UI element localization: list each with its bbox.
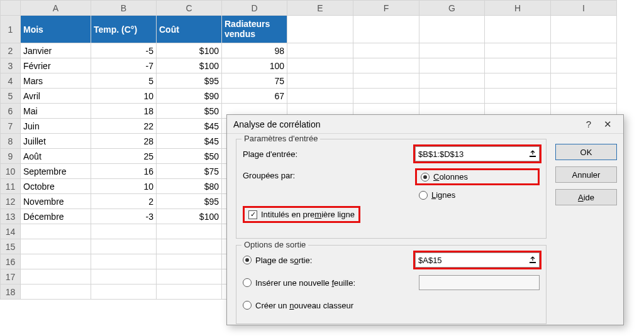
cell-mois[interactable] [21,254,91,269]
cell-rad[interactable]: 100 [222,58,287,73]
cell-mois[interactable]: Septembre [21,164,91,179]
cell-temp[interactable]: 5 [91,73,157,89]
dialog-titlebar[interactable]: Analyse de corrélation ? ✕ [227,115,623,134]
range-picker-icon[interactable] [526,147,539,161]
cell-cout[interactable] [157,254,222,269]
empty-cell[interactable] [353,58,419,73]
input-range-field[interactable] [416,149,526,159]
cell-temp[interactable]: 28 [91,134,157,149]
empty-cell[interactable] [485,58,551,73]
row-5[interactable]: 5 [1,89,21,104]
radio-output-range[interactable]: Plage de sortie: [243,256,312,265]
row-6[interactable]: 6 [1,104,21,119]
empty-cell[interactable] [353,89,419,104]
cell-temp[interactable] [91,224,157,239]
cell-mois[interactable] [21,239,91,254]
empty-cell[interactable] [485,73,551,89]
ok-button[interactable]: OK [555,144,617,160]
col-D[interactable]: D [222,1,287,16]
help-button[interactable]: Aide [555,189,617,205]
empty-cell[interactable] [551,73,617,89]
radio-rows[interactable]: Lignes [415,190,540,200]
cell-temp[interactable] [91,269,157,285]
header-mois[interactable]: Mois [21,16,91,43]
cell-mois[interactable] [21,269,91,285]
row-8[interactable]: 8 [1,134,21,149]
help-icon[interactable]: ? [579,119,598,129]
row-3[interactable]: 3 [1,58,21,73]
cell-cout[interactable]: $100 [157,43,222,58]
cell-cout[interactable] [157,224,222,239]
row-12[interactable]: 12 [1,194,21,209]
empty-cell[interactable] [287,89,353,104]
output-range-field[interactable] [416,256,526,265]
cell-cout[interactable]: $50 [157,149,222,164]
empty-cell[interactable] [485,89,551,104]
checkbox-labels-first-row[interactable]: ✓ Intitulés en première ligne [248,210,355,219]
cell-cout[interactable]: $75 [157,164,222,179]
cell-temp[interactable] [91,285,157,300]
cell-cout[interactable]: $90 [157,89,222,104]
empty-cell[interactable] [551,43,617,58]
col-H[interactable]: H [485,1,551,16]
radio-new-workbook[interactable]: Créer un nouveau classeur [243,301,353,310]
cell-mois[interactable]: Juin [21,119,91,134]
cell-temp[interactable]: -7 [91,58,157,73]
row-16[interactable]: 16 [1,254,21,269]
cell-mois[interactable]: Juillet [21,134,91,149]
empty-cell[interactable] [419,43,485,58]
row-17[interactable]: 17 [1,269,21,285]
cell-cout[interactable] [157,239,222,254]
empty-cell[interactable] [419,73,485,89]
cell-cout[interactable]: $45 [157,119,222,134]
row-15[interactable]: 15 [1,239,21,254]
cell-rad[interactable]: 75 [222,73,287,89]
empty-cell[interactable] [551,89,617,104]
col-E[interactable]: E [287,1,353,16]
cell-cout[interactable]: $100 [157,209,222,224]
cell-rad[interactable]: 98 [222,43,287,58]
cell-temp[interactable] [91,254,157,269]
cell-temp[interactable] [91,239,157,254]
cell-mois[interactable]: Novembre [21,194,91,209]
col-F[interactable]: F [353,1,419,16]
radio-new-sheet[interactable]: Insérer une nouvelle feuille: [243,278,355,288]
row-18[interactable]: 18 [1,285,21,300]
cell-temp[interactable]: 10 [91,179,157,194]
empty-cell[interactable] [353,43,419,58]
row-2[interactable]: 2 [1,43,21,58]
radio-columns[interactable]: Colonnes [421,172,468,182]
header-cout[interactable]: Coût [157,16,222,43]
cell-mois[interactable]: Février [21,58,91,73]
cancel-button[interactable]: Annuler [555,166,617,183]
cell-mois[interactable]: Août [21,149,91,164]
cell-cout[interactable] [157,269,222,285]
cell-mois[interactable] [21,285,91,300]
cell-mois[interactable]: Octobre [21,179,91,194]
row-4[interactable]: 4 [1,73,21,89]
cell-temp[interactable]: 10 [91,89,157,104]
empty-cell[interactable] [353,73,419,89]
row-10[interactable]: 10 [1,164,21,179]
cell-temp[interactable]: 16 [91,164,157,179]
cell-cout[interactable]: $95 [157,73,222,89]
cell-temp[interactable]: -3 [91,209,157,224]
cell-mois[interactable]: Décembre [21,209,91,224]
cell-cout[interactable]: $95 [157,194,222,209]
cell-temp[interactable]: 18 [91,104,157,119]
row-7[interactable]: 7 [1,119,21,134]
col-A[interactable]: A [21,1,91,16]
cell-cout[interactable] [157,285,222,300]
empty-cell[interactable] [419,58,485,73]
cell-mois[interactable]: Janvier [21,43,91,58]
empty-cell[interactable] [287,58,353,73]
header-rad[interactable]: Radiateurs vendus [222,16,287,43]
row-13[interactable]: 13 [1,209,21,224]
empty-cell[interactable] [485,43,551,58]
cell-temp[interactable]: 2 [91,194,157,209]
cell-mois[interactable]: Mai [21,104,91,119]
col-G[interactable]: G [419,1,485,16]
cell-cout[interactable]: $100 [157,58,222,73]
range-picker-icon[interactable] [526,253,539,267]
col-I[interactable]: I [551,1,617,16]
